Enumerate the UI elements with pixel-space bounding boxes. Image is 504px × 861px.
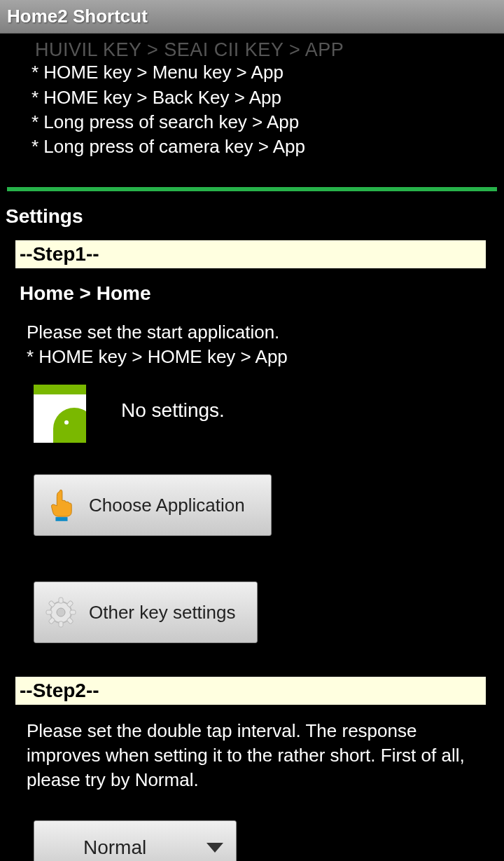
step1-desc-line2: * HOME key > HOME key > App (27, 345, 504, 369)
svg-rect-6 (70, 610, 76, 614)
step1-breadcrumb: Home > Home (0, 268, 504, 320)
svg-rect-3 (59, 598, 63, 603)
svg-rect-5 (46, 610, 52, 614)
other-key-settings-button[interactable]: Other key settings (34, 581, 258, 643)
android-icon: Android (34, 385, 86, 443)
intro-line: * HOME key > Back Key > App (31, 85, 472, 110)
current-app-row: Android No settings. (34, 385, 504, 443)
intro-shortcuts-list: HUIVIL KEY > SEAI CII KEY > APP * HOME k… (0, 34, 504, 187)
pointer-hand-icon (40, 484, 82, 526)
settings-header: Settings (0, 191, 504, 240)
step2-header: --Step2-- (15, 677, 486, 705)
app-title-bar: Home2 Shortcut (0, 0, 504, 34)
intro-line: * Long press of search key > App (31, 110, 472, 135)
gear-icon (40, 591, 82, 633)
step2-description: Please set the double tap interval. The … (0, 705, 504, 820)
intro-line: * Long press of camera key > App (31, 135, 472, 159)
app-title: Home2 Shortcut (7, 6, 148, 27)
interval-dropdown-value: Normal (83, 836, 146, 859)
step1-description: Please set the start application. * HOME… (0, 320, 504, 385)
chevron-down-icon (206, 843, 223, 853)
step1-header: --Step1-- (15, 240, 486, 268)
svg-point-2 (57, 608, 65, 617)
choose-application-label: Choose Application (89, 495, 245, 516)
intro-partial-line: HUIVIL KEY > SEAI CII KEY > APP (31, 37, 472, 62)
intro-line: * HOME key > Menu key > App (31, 60, 472, 85)
interval-dropdown[interactable]: Normal (34, 820, 237, 861)
svg-rect-0 (55, 517, 67, 521)
other-key-settings-label: Other key settings (89, 602, 236, 624)
step1-desc-line1: Please set the start application. (27, 320, 504, 345)
android-icon-label: Android (36, 385, 61, 392)
choose-application-button[interactable]: Choose Application (34, 474, 272, 536)
svg-rect-4 (59, 621, 63, 627)
no-settings-text: No settings. (121, 399, 225, 422)
